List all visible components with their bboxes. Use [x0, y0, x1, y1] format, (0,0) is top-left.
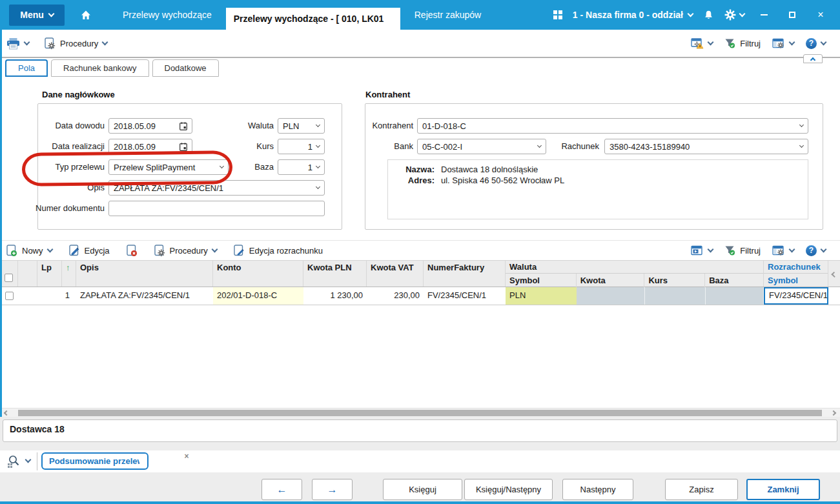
- grid-procedury-button[interactable]: Procedury: [154, 245, 217, 257]
- edycja-rozrachunku-button[interactable]: Edycja rozrachunku: [234, 245, 323, 257]
- cell-numer-faktury[interactable]: FV/2345/CEN/1: [424, 287, 506, 305]
- chevron-down-icon: [708, 39, 714, 45]
- scroll-right-button[interactable]: [828, 408, 839, 418]
- typ-przelewu-select[interactable]: Przelew SplitPayment: [108, 159, 229, 175]
- cell-opis[interactable]: ZAPŁATA ZA:FV/2345/CEN/1: [76, 287, 213, 305]
- grid-help-button[interactable]: ?: [806, 245, 826, 256]
- scroll-left-button[interactable]: [1, 408, 12, 418]
- scrollbar-thumb[interactable]: [18, 410, 822, 416]
- minimize-button[interactable]: [755, 5, 773, 25]
- collapse-columns-button[interactable]: [828, 261, 840, 287]
- bell-icon[interactable]: [703, 10, 714, 21]
- cell-waluta-kurs[interactable]: [645, 287, 706, 305]
- rachunek-select[interactable]: 3580-4243-15189940: [604, 139, 808, 154]
- cell-waluta-kwota[interactable]: [577, 287, 645, 305]
- pencil-icon: [69, 245, 80, 257]
- settings-menu[interactable]: [724, 9, 744, 21]
- opis-select[interactable]: ZAPŁATA ZA:FV/2345/CEN/1: [108, 180, 325, 196]
- numer-dokumentu-input[interactable]: [108, 201, 325, 216]
- kontrahent-label: Kontrahent: [365, 118, 413, 134]
- cell-kwota-pln[interactable]: 1 230,00: [303, 287, 367, 305]
- cell-waluta-symbol[interactable]: PLN: [506, 287, 577, 305]
- document-plus-icon: [6, 245, 17, 257]
- document-pencil-icon: [234, 245, 245, 257]
- numer-dokumentu-value[interactable]: [114, 204, 320, 214]
- column-header-opis[interactable]: Opis: [76, 261, 213, 287]
- horizontal-scrollbar[interactable]: [0, 408, 840, 417]
- bank-select[interactable]: 05-C-002-I: [417, 139, 546, 154]
- data-realizacji-value[interactable]: [114, 142, 176, 152]
- ksieguj-button[interactable]: Księguj: [383, 479, 462, 500]
- column-header-konto[interactable]: Konto: [213, 261, 303, 287]
- usun-button[interactable]: [127, 245, 138, 257]
- cell-konto[interactable]: 202/01-D-018-C: [213, 287, 303, 305]
- select-all-checkbox[interactable]: [5, 274, 13, 282]
- waluta-group-label[interactable]: Waluta: [506, 261, 763, 273]
- close-button[interactable]: ×: [812, 5, 830, 25]
- company-selector[interactable]: 1 - Nasza firma 0 - oddział: [573, 10, 693, 20]
- tab-dodatkowe[interactable]: Dodatkowe: [152, 59, 219, 77]
- column-header-waluta-baza[interactable]: Baza: [705, 274, 763, 287]
- ksieguj-nastepny-button[interactable]: Księguj/Następny: [464, 479, 553, 500]
- chevron-down-icon: [821, 246, 827, 252]
- kontrahent-select[interactable]: 01-D-018-C: [417, 118, 808, 134]
- column-header-kwota-pln[interactable]: Kwota PLN: [303, 261, 367, 287]
- dane-naglowkowe-title: Dane nagłówkowe: [42, 90, 115, 99]
- tab-pola[interactable]: Pola: [5, 59, 48, 77]
- kurs-select[interactable]: 1: [278, 139, 325, 154]
- column-header-waluta-symbol[interactable]: Symbol: [506, 274, 577, 287]
- table-row[interactable]: 1 ZAPŁATA ZA:FV/2345/CEN/1 202/01-D-018-…: [0, 287, 840, 305]
- home-icon[interactable]: [80, 10, 92, 20]
- tab-podsumowanie-przelewu[interactable]: Podsumowanie przelewu ×: [41, 452, 149, 470]
- print-button[interactable]: [6, 37, 29, 50]
- nastepny-button[interactable]: Następny: [562, 479, 633, 500]
- waluta-select[interactable]: PLN: [278, 118, 325, 134]
- sort-indicator[interactable]: ↑: [62, 261, 76, 287]
- cell-waluta-baza[interactable]: [706, 287, 764, 305]
- collapse-panel-button[interactable]: [803, 54, 823, 63]
- filtruj-button[interactable]: Filtruj: [724, 38, 761, 48]
- cell-lp[interactable]: 1: [37, 287, 76, 305]
- app-switcher-icon[interactable]: [553, 10, 562, 19]
- kontrahent-info-box: Nazwa: Dostawca 18 dolnośląskie Adres: u…: [387, 159, 808, 219]
- menu-button[interactable]: Menu: [9, 5, 65, 26]
- nowy-button[interactable]: Nowy: [6, 245, 52, 257]
- help-button[interactable]: ?: [806, 38, 826, 49]
- grid-columns-settings-button[interactable]: [772, 245, 794, 256]
- data-dowodu-value[interactable]: [114, 121, 176, 131]
- titlebar-tab-przelewy[interactable]: Przelewy wychodzące: [108, 0, 226, 30]
- adres-value: ul. Spiska 46 50-562 Wrocław PL: [441, 175, 564, 186]
- grid-settings-button[interactable]: [772, 38, 794, 49]
- titlebar-tab-active[interactable]: Przelewy wychodzące - [ 010, LK01: [226, 8, 400, 30]
- row-checkbox[interactable]: [5, 292, 14, 300]
- close-tab-icon[interactable]: ×: [182, 452, 191, 461]
- titlebar-tab-rejestr[interactable]: Rejestr zakupów: [400, 0, 496, 30]
- data-dowodu-input[interactable]: [108, 118, 192, 134]
- zamknij-button[interactable]: Zamknij: [746, 479, 820, 500]
- baza-select[interactable]: 1: [278, 159, 325, 175]
- previous-record-button[interactable]: ←: [261, 479, 302, 500]
- rozrachunek-group-label[interactable]: Rozrachunek: [764, 261, 828, 273]
- cell-rozrachunek-symbol[interactable]: FV/2345/CEN/1: [764, 287, 828, 305]
- dock-panel-button[interactable]: [691, 245, 713, 256]
- column-header-waluta-kwota[interactable]: Kwota: [577, 274, 645, 287]
- window-arrow-icon: [691, 245, 704, 256]
- window-warning-button[interactable]: [691, 37, 713, 49]
- zapisz-button[interactable]: Zapisz: [665, 479, 738, 500]
- next-record-button[interactable]: →: [312, 479, 353, 500]
- column-header-kwota-vat[interactable]: Kwota VAT: [367, 261, 424, 287]
- edycja-label: Edycja: [85, 246, 110, 256]
- waluta-label: Waluta: [213, 118, 274, 134]
- data-realizacji-input[interactable]: [108, 139, 192, 154]
- procedury-button[interactable]: Procedury: [45, 37, 107, 50]
- column-header-waluta-kurs[interactable]: Kurs: [644, 274, 705, 287]
- cell-kwota-vat[interactable]: 230,00: [367, 287, 424, 305]
- column-header-rozrachunek-symbol[interactable]: Symbol: [764, 274, 828, 287]
- column-header-lp[interactable]: Lp: [37, 261, 62, 287]
- summary-view-button[interactable]: [6, 454, 30, 468]
- maximize-button[interactable]: [783, 5, 801, 25]
- edycja-button[interactable]: Edycja: [69, 245, 110, 257]
- tab-rachunek-bankowy[interactable]: Rachunek bankowy: [51, 59, 149, 77]
- column-header-numer-faktury[interactable]: NumerFaktury: [424, 261, 506, 287]
- grid-filtruj-button[interactable]: Filtruj: [724, 245, 761, 256]
